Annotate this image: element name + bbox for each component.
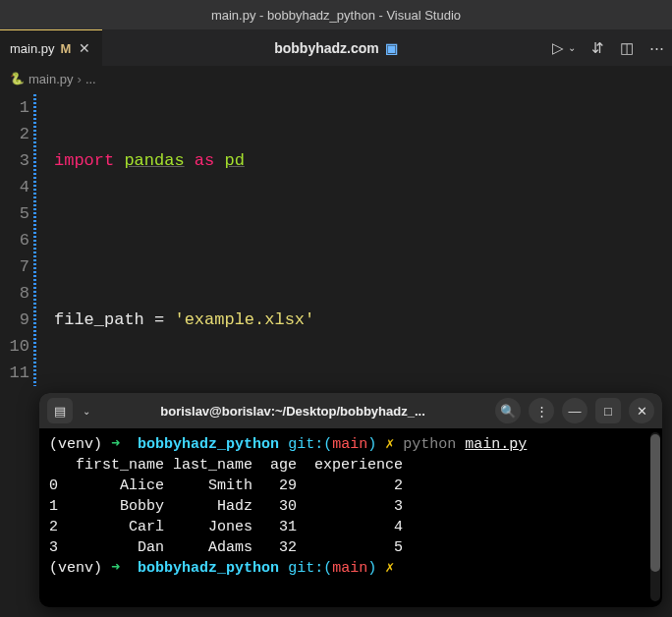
chevron-down-icon[interactable]: ⌄ — [83, 406, 90, 417]
output-row: 1 Bobby Hadz 30 3 — [49, 498, 403, 515]
output-row: 3 Dan Adams 32 5 — [49, 539, 403, 556]
python-file-icon: 🐍 — [10, 72, 25, 85]
breadcrumb-more: ... — [85, 72, 96, 86]
toolbar-center: bobbyhadz.com ▣ — [274, 29, 398, 66]
close-icon[interactable]: ✕ — [629, 398, 654, 423]
minimize-icon[interactable]: — — [562, 398, 588, 423]
terminal-titlebar: ▤ ⌄ borislav@borislav:~/Desktop/bobbyhad… — [39, 393, 662, 428]
chevron-down-icon[interactable]: ⌄ — [568, 42, 576, 53]
chevron-right-icon: › — [78, 72, 82, 86]
toolbar-right: ▷ ⌄ ⇵ ◫ ⋯ — [552, 29, 664, 66]
breadcrumb-file: main.py — [28, 72, 74, 86]
tab-modified-marker: M — [61, 41, 72, 56]
more-icon[interactable]: ⋯ — [649, 39, 664, 57]
terminal-body[interactable]: (venv) ➜ bobbyhadz_python git:(main) ✗ p… — [39, 428, 662, 585]
tab-mainpy[interactable]: main.py M ✕ — [0, 29, 102, 66]
breadcrumb[interactable]: 🐍 main.py › ... — [0, 67, 672, 90]
menu-icon[interactable]: ⋮ — [529, 398, 554, 423]
compare-icon[interactable]: ⇵ — [591, 39, 604, 57]
tab-bar: main.py M ✕ bobbyhadz.com ▣ ▷ ⌄ ⇵ ◫ ⋯ — [0, 29, 672, 67]
new-tab-button[interactable]: ▤ — [47, 398, 73, 423]
window-title: main.py - bobbyhadz_python - Visual Stud… — [211, 8, 461, 23]
terminal-scrollbar[interactable] — [650, 432, 660, 601]
tab-filename: main.py — [10, 41, 55, 56]
window-titlebar: main.py - bobbyhadz_python - Visual Stud… — [0, 0, 672, 29]
terminal-window: ▤ ⌄ borislav@borislav:~/Desktop/bobbyhad… — [39, 393, 662, 607]
output-header: first_name last_name age experience — [49, 457, 403, 474]
terminal-title: borislav@borislav:~/Desktop/bobbyhadz_..… — [100, 404, 485, 419]
close-icon[interactable]: ✕ — [77, 40, 92, 56]
split-icon[interactable]: ◫ — [620, 39, 634, 57]
site-label: bobbyhadz.com — [274, 40, 379, 56]
git-change-bar — [33, 94, 36, 386]
scrollbar-thumb[interactable] — [650, 434, 660, 572]
line-gutter: 1 2 3 4 5 6 7 8 9 10 11 — [0, 90, 33, 617]
cube-icon: ▣ — [385, 40, 398, 56]
run-icon[interactable]: ▷ — [552, 39, 564, 57]
maximize-icon[interactable]: □ — [595, 398, 621, 423]
search-icon[interactable]: 🔍 — [495, 398, 521, 423]
output-row: 2 Carl Jones 31 4 — [49, 519, 403, 535]
output-row: 0 Alice Smith 29 2 — [49, 477, 403, 494]
